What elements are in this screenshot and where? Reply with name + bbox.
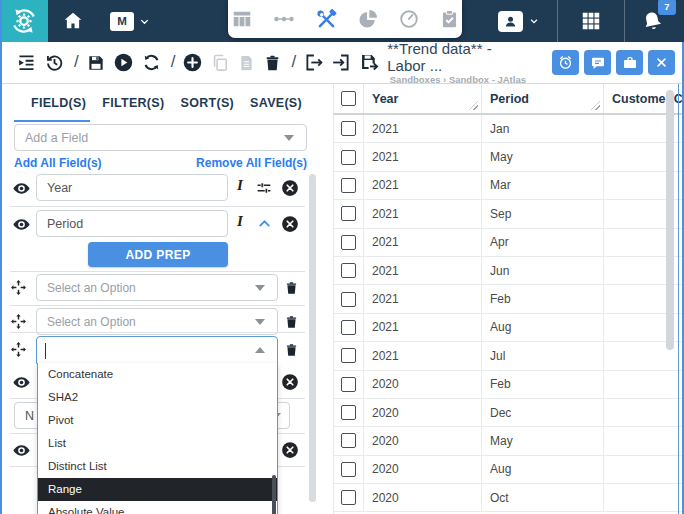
visibility-eye-icon[interactable] — [12, 215, 31, 234]
comments-button[interactable] — [584, 50, 611, 75]
dropdown-option[interactable]: List — [38, 432, 277, 455]
table-scrollbar[interactable] — [666, 90, 674, 350]
add-all-fields-link[interactable]: Add All Field(s) — [14, 156, 102, 170]
cell-customer — [604, 427, 684, 454]
dropdown-option[interactable]: Pivot — [38, 409, 277, 432]
toggle-panel-button[interactable] — [16, 52, 37, 73]
column-header-period[interactable]: Period — [482, 84, 604, 113]
prep-select-placeholder: Select an Option — [37, 281, 136, 295]
table-columns-button[interactable] — [231, 8, 253, 30]
column-resize-handle[interactable] — [591, 101, 600, 110]
dropdown-option[interactable]: SHA2 — [38, 386, 277, 409]
row-checkbox[interactable] — [341, 292, 356, 307]
italic-button[interactable]: I — [237, 177, 243, 194]
delete-button[interactable] — [263, 53, 282, 73]
visibility-eye-icon[interactable] — [12, 441, 31, 460]
remove-field-button[interactable] — [281, 373, 299, 391]
app-logo[interactable] — [0, 0, 48, 42]
delete-prep-button[interactable] — [284, 314, 299, 330]
remove-field-button[interactable] — [281, 441, 299, 459]
prep-combobox[interactable] — [36, 336, 278, 364]
field-settings-button[interactable] — [255, 179, 273, 197]
home-button[interactable] — [62, 10, 84, 32]
notifications-button[interactable]: 7 — [625, 10, 684, 33]
row-checkbox[interactable] — [341, 121, 356, 136]
flow-nodes-button[interactable] — [272, 8, 296, 30]
drag-handle-icon[interactable] — [10, 341, 27, 358]
tab-saves[interactable]: SAVE(S) — [250, 88, 302, 122]
row-checkbox[interactable] — [341, 263, 356, 278]
delete-prep-button[interactable] — [284, 342, 299, 358]
tab-filters[interactable]: FILTER(S) — [102, 88, 164, 122]
dropdown-option[interactable]: Range — [38, 478, 277, 501]
italic-button[interactable]: I — [237, 213, 243, 230]
panel-scrollbar[interactable] — [309, 174, 316, 502]
field-name-input[interactable]: Period — [36, 210, 228, 237]
run-button[interactable] — [113, 52, 134, 73]
dropdown-option[interactable]: Concatenate — [38, 363, 277, 386]
app-menu-label: M — [110, 12, 134, 31]
select-all-checkbox[interactable] — [341, 91, 356, 106]
delete-prep-button[interactable] — [284, 280, 299, 296]
tasks-clipboard-button[interactable] — [439, 8, 460, 30]
row-checkbox[interactable] — [341, 405, 356, 420]
refresh-button[interactable] — [141, 52, 162, 73]
remove-field-button[interactable] — [281, 179, 299, 197]
column-header-year[interactable]: Year — [364, 84, 482, 113]
remove-field-button[interactable] — [281, 215, 299, 233]
row-checkbox[interactable] — [341, 348, 356, 363]
visibility-eye-icon[interactable] — [12, 373, 31, 392]
field-name-input[interactable]: Year — [36, 174, 228, 201]
row-checkbox[interactable] — [341, 206, 356, 221]
row-checkbox[interactable] — [341, 377, 356, 392]
column-resize-handle[interactable] — [469, 101, 478, 110]
row-checkbox[interactable] — [341, 490, 356, 505]
copy-button[interactable] — [210, 53, 230, 73]
export-button[interactable] — [303, 52, 324, 73]
dropdown-option[interactable]: Absolute Value — [38, 501, 277, 514]
row-checkbox[interactable] — [341, 320, 356, 335]
cell-year: 2021 — [364, 172, 482, 199]
history-button[interactable] — [44, 52, 65, 73]
save-export-icon — [359, 52, 380, 73]
import-button[interactable] — [331, 52, 352, 73]
user-menu-button[interactable] — [480, 11, 557, 32]
drag-handle-icon[interactable] — [10, 313, 27, 330]
collapse-prep-button[interactable] — [256, 215, 273, 232]
visibility-eye-icon[interactable] — [12, 179, 31, 198]
breadcrumb-root[interactable]: Sandboxes — [390, 74, 441, 85]
paste-button[interactable] — [237, 53, 256, 73]
remove-all-fields-link[interactable]: Remove All Field(s) — [196, 156, 307, 170]
add-field-select[interactable]: Add a Field — [14, 124, 307, 151]
package-button[interactable] — [616, 50, 643, 75]
tab-sorts[interactable]: SORT(S) — [181, 88, 235, 122]
prep-select[interactable]: Select an Option — [36, 308, 278, 335]
row-checkbox[interactable] — [341, 433, 356, 448]
tab-fields[interactable]: FIELD(S) — [31, 88, 86, 122]
gauge-button[interactable] — [398, 8, 420, 30]
document-icon — [237, 53, 256, 73]
drag-handle-icon[interactable] — [10, 279, 27, 296]
apps-grid-button[interactable] — [558, 10, 624, 32]
save-button[interactable] — [86, 53, 106, 73]
row-checkbox[interactable] — [341, 178, 356, 193]
app-menu-button[interactable]: M — [110, 12, 150, 31]
chevron-down-icon — [255, 285, 265, 291]
table-row: 2020 Feb — [334, 371, 684, 399]
row-checkbox[interactable] — [341, 150, 356, 165]
pie-chart-button[interactable] — [357, 8, 379, 30]
row-checkbox[interactable] — [341, 235, 356, 250]
text-cursor — [45, 343, 46, 359]
close-button[interactable] — [648, 50, 675, 75]
cell-period: Apr — [482, 229, 604, 256]
cell-period: Oct — [482, 484, 604, 511]
dropdown-scrollbar[interactable] — [272, 475, 277, 514]
row-checkbox[interactable] — [341, 462, 356, 477]
dropdown-option[interactable]: Distinct List — [38, 455, 277, 478]
add-button[interactable] — [182, 52, 203, 73]
save-as-button[interactable] — [359, 52, 380, 73]
tools-button[interactable] — [315, 8, 338, 31]
add-prep-button[interactable]: ADD PREP — [88, 242, 228, 267]
prep-select[interactable]: Select an Option — [36, 274, 278, 301]
schedule-button[interactable] — [552, 50, 579, 75]
